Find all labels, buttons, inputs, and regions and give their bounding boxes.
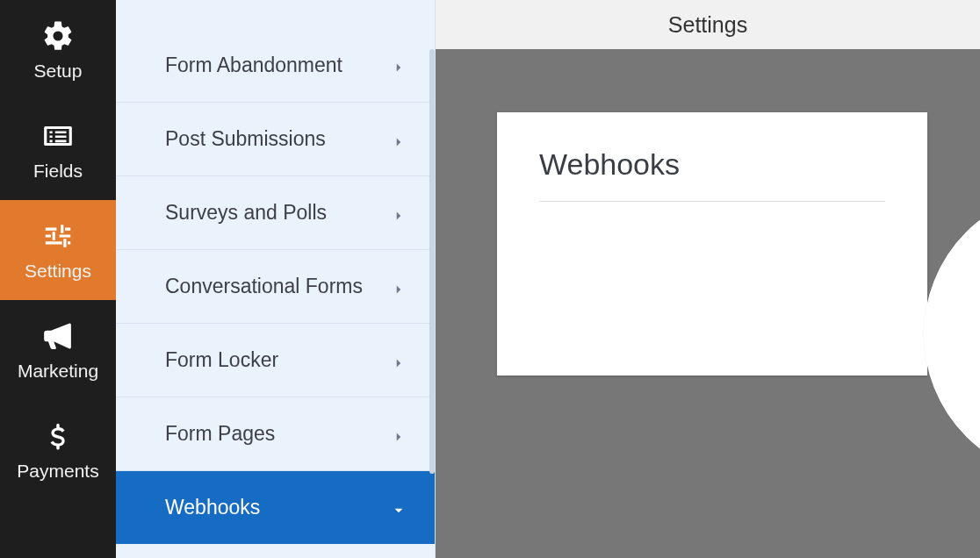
nav-label: Marketing (18, 361, 98, 382)
divider (539, 201, 885, 202)
chevron-right-icon (391, 205, 407, 221)
app-root: Setup Fields Settings Marketing Payments (0, 0, 980, 558)
webhooks-control-group: Webhooks Off (926, 192, 980, 339)
nav-label: Setup (34, 61, 83, 82)
chevron-right-icon (391, 279, 407, 295)
nav-item-payments[interactable]: Payments (0, 400, 116, 500)
settings-item-label: Webhooks (165, 496, 260, 519)
gear-icon (40, 18, 76, 54)
settings-item-label: Surveys and Polls (165, 201, 327, 225)
settings-item-label: Conversational Forms (165, 275, 363, 298)
main-area: Settings Webhooks Webhooks Off (436, 0, 980, 558)
nav-label: Fields (33, 161, 83, 182)
settings-item-post-submissions[interactable]: Post Submissions (116, 102, 435, 175)
nav-item-settings[interactable]: Settings (0, 200, 116, 300)
primary-nav: Setup Fields Settings Marketing Payments (0, 0, 116, 558)
tab-bar: Settings (436, 0, 980, 49)
zoom-overlay: Webhooks Off (924, 190, 980, 479)
chevron-right-icon (391, 57, 407, 73)
settings-item-form-locker[interactable]: Form Locker (116, 323, 435, 397)
settings-item-form-abandonment[interactable]: Form Abandonment (116, 28, 435, 102)
megaphone-icon (40, 318, 76, 354)
nav-label: Settings (25, 261, 91, 282)
settings-item-label: Form Locker (165, 348, 278, 372)
settings-list: Form Abandonment Post Submissions Survey… (116, 0, 435, 544)
nav-item-setup[interactable]: Setup (0, 0, 116, 100)
settings-item-form-pages[interactable]: Form Pages (116, 397, 435, 470)
settings-item-webhooks[interactable]: Webhooks (116, 470, 435, 544)
settings-panel: Form Abandonment Post Submissions Survey… (116, 0, 436, 558)
settings-item-label: Form Abandonment (165, 54, 342, 77)
content-card: Webhooks (497, 112, 927, 376)
chevron-right-icon (391, 426, 407, 442)
nav-label: Payments (17, 461, 98, 482)
settings-item-conversational[interactable]: Conversational Forms (116, 249, 435, 323)
list-icon (40, 118, 76, 154)
settings-item-surveys-polls[interactable]: Surveys and Polls (116, 175, 435, 249)
nav-item-fields[interactable]: Fields (0, 100, 116, 200)
card-title: Webhooks (539, 147, 885, 182)
sliders-icon (40, 218, 76, 254)
dollar-icon (40, 418, 76, 454)
chevron-right-icon (391, 353, 407, 368)
settings-item-label: Post Submissions (165, 127, 326, 151)
chevron-right-icon (391, 132, 407, 147)
nav-item-marketing[interactable]: Marketing (0, 300, 116, 400)
tab-settings[interactable]: Settings (633, 12, 782, 38)
tab-label: Settings (668, 12, 747, 37)
settings-item-label: Form Pages (165, 422, 275, 446)
chevron-down-icon (391, 500, 407, 516)
